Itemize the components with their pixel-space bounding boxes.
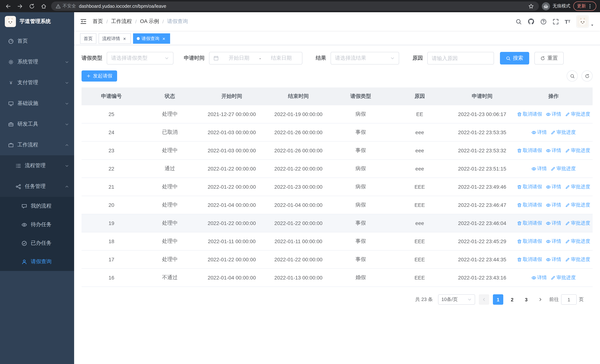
goto-page-input[interactable] [561,294,577,305]
table-cell: 2022-01-22 00:00:00 [198,220,265,226]
progress-action[interactable]: 审批进度 [565,184,590,190]
user-menu[interactable] [576,15,594,28]
help-icon[interactable] [540,18,546,25]
address-bar[interactable]: 不安全 dashboard.yudao.iocoder.cn/bpm/oa/le… [51,1,539,11]
security-indicator[interactable]: 不安全 [56,3,76,9]
sidebar-item-task-management[interactable]: 任务管理 [0,176,74,197]
sidebar-item-payment[interactable]: ¥支付管理 [0,72,74,93]
toggle-search-icon[interactable] [567,70,578,82]
avatar[interactable] [576,15,589,28]
breadcrumb-item[interactable]: 工作流程 [111,18,132,25]
cancel-action[interactable]: 取消请假 [517,111,542,118]
update-label: 更新 [577,3,586,9]
cancel-action[interactable]: 取消请假 [517,256,542,263]
leave-type-select[interactable]: 请选择请假类型 [107,52,173,65]
cancel-action[interactable]: 取消请假 [517,147,542,154]
sidebar-item-my-process[interactable]: 我的流程 [0,197,74,215]
table-row: 17处理中2022-01-22 00:00:002022-01-22 00:00… [82,251,593,269]
table-cell: 病假 [332,184,390,190]
table-cell: 处理中 [141,184,198,190]
sidebar-item-infrastructure[interactable]: 基础设施 [0,93,74,114]
breadcrumb-separator: / [162,19,164,24]
back-icon[interactable] [4,2,13,10]
next-page-button[interactable] [535,294,545,305]
search-button[interactable]: 搜索 [500,52,529,65]
result-select[interactable]: 请选择流结果 [331,52,399,65]
progress-action[interactable]: 审批进度 [551,129,576,136]
table-cell: eee [390,148,450,153]
bookmark-star-icon[interactable] [528,3,534,9]
detail-action[interactable]: 详情 [546,256,561,263]
refresh-table-icon[interactable] [581,70,593,82]
table-row: 19处理中2022-01-22 00:00:002022-01-22 00:00… [82,214,593,233]
cancel-action[interactable]: 取消请假 [517,202,542,208]
edit-icon [565,184,570,189]
chevron-down-icon [390,56,395,60]
github-icon[interactable] [527,18,534,25]
cancel-action[interactable]: 取消请假 [517,220,542,226]
page-size-select[interactable]: 10条/页 [438,294,475,305]
browser-menu-icon[interactable] [587,3,593,9]
table-cell: 2022-01-22 00:00:00 [198,184,265,190]
breadcrumb-item[interactable]: 首页 [93,18,103,25]
progress-action[interactable]: 审批进度 [551,274,576,281]
forward-icon[interactable] [16,2,24,10]
view-tab[interactable]: 流程详情× [99,33,131,44]
table-cell: 2022-01-22 23:53:35 [450,129,514,135]
fullscreen-icon[interactable] [552,18,559,25]
sidebar-item-system[interactable]: 系统管理 [0,52,74,72]
table-cell: 处理中 [141,111,198,118]
close-icon[interactable]: × [122,36,127,41]
close-icon[interactable]: × [161,36,166,41]
detail-action[interactable]: 详情 [546,147,561,154]
page-button-1[interactable]: 1 [493,294,503,305]
breadcrumb-item[interactable]: OA 示例 [140,18,159,25]
progress-action[interactable]: 审批进度 [551,165,576,172]
detail-action[interactable]: 详情 [531,165,547,172]
home-icon[interactable] [39,2,48,10]
page-button-2[interactable]: 2 [507,294,517,305]
apply-time-range-picker[interactable]: 开始日期 - 结束日期 [209,52,302,65]
sidebar-item-home[interactable]: 首页 [0,31,74,52]
view-tab[interactable]: 请假查询× [133,33,170,44]
sidebar-item-devtools[interactable]: 研发工具 [0,114,74,135]
hamburger-icon[interactable] [80,18,87,25]
detail-action[interactable]: 详情 [546,184,561,190]
progress-action[interactable]: 审批进度 [565,238,590,245]
detail-action[interactable]: 详情 [531,274,547,281]
table-cell: eee [390,129,450,135]
sidebar-item-leave-query[interactable]: 请假查询 [0,252,74,271]
reset-button[interactable]: 重置 [534,52,564,65]
sidebar-item-process-management[interactable]: 流程管理 [0,155,74,176]
table-cell: 17 [82,257,141,262]
view-tab[interactable]: 首页 [80,33,96,44]
progress-action[interactable]: 审批进度 [565,220,590,226]
progress-action[interactable]: 审批进度 [565,147,590,154]
detail-action[interactable]: 详情 [531,129,547,136]
create-leave-button[interactable]: 发起请假 [82,70,117,82]
sidebar-item-done-task[interactable]: 已办任务 [0,234,74,252]
progress-action[interactable]: 审批进度 [565,111,590,118]
font-size-icon[interactable]: TT [565,19,570,24]
detail-action[interactable]: 详情 [546,220,561,226]
update-button[interactable]: 更新 [573,1,596,11]
cancel-action[interactable]: 取消请假 [517,184,542,190]
sidebar-item-workflow[interactable]: 工作流程 [0,135,74,155]
progress-action[interactable]: 审批进度 [565,256,590,263]
reason-input[interactable] [427,52,494,65]
reload-icon[interactable] [28,2,36,10]
navbar-actions: TT [515,15,594,28]
progress-action[interactable]: 审批进度 [565,202,590,208]
detail-action[interactable]: 详情 [546,202,561,208]
detail-action[interactable]: 详情 [546,111,561,118]
eye-icon [546,239,551,244]
cancel-action[interactable]: 取消请假 [517,238,542,245]
row-actions: 取消请假详情审批进度 [515,220,593,226]
sidebar-item-todo-task[interactable]: 待办任务 [0,215,74,234]
prev-page-button[interactable] [479,294,489,305]
page-button-3[interactable]: 3 [521,294,531,305]
table-cell: 2022-01-04 00:00:00 [198,202,265,208]
table-row: 24已取消2022-01-03 00:00:002022-01-26 00:00… [82,123,593,142]
search-icon[interactable] [515,18,522,25]
detail-action[interactable]: 详情 [546,238,561,245]
